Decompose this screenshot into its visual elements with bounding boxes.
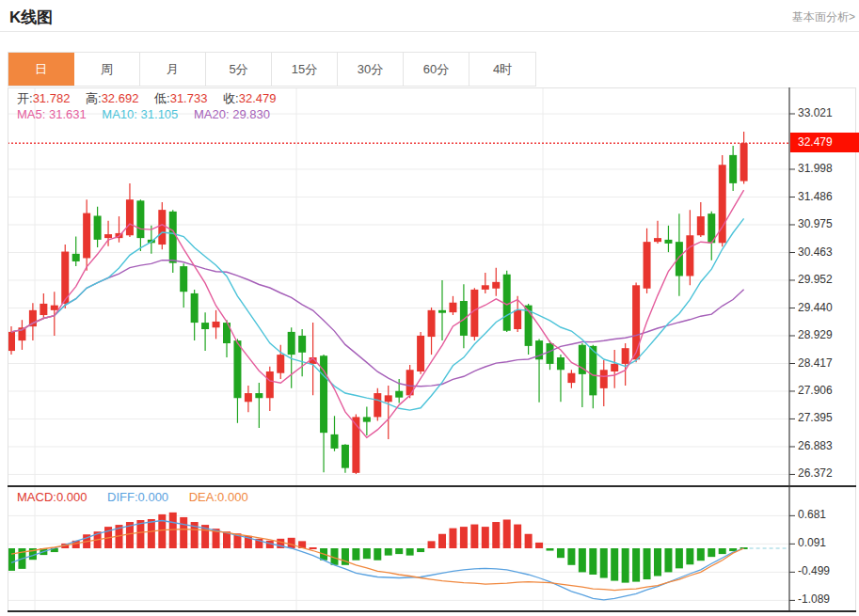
tab-周[interactable]: 周: [74, 53, 140, 86]
candle-up: [104, 234, 112, 238]
macd-panel: [8, 513, 789, 600]
candle-down: [557, 357, 565, 370]
macd-bar: [385, 548, 392, 556]
candle-up: [428, 310, 436, 337]
chart-area[interactable]: [8, 87, 856, 612]
candle-up: [697, 216, 705, 235]
candle-down: [547, 343, 554, 364]
candle-up: [644, 242, 651, 289]
candle-up: [686, 235, 693, 276]
macd-bar: [557, 548, 565, 558]
tab-30分[interactable]: 30分: [338, 53, 404, 86]
candle-up: [83, 213, 90, 259]
macd-bar: [579, 548, 586, 572]
candle-down: [395, 391, 403, 398]
candle-up: [600, 370, 608, 388]
macd-bar: [697, 548, 705, 561]
candle-down: [288, 332, 295, 355]
candle-down: [201, 323, 209, 329]
macd-bar: [158, 514, 166, 548]
macd-bar: [470, 525, 478, 548]
macd-bar: [8, 548, 15, 571]
candle-down: [460, 301, 468, 336]
candle-up: [385, 395, 392, 402]
macd-bar: [611, 548, 618, 581]
macd-bar: [417, 548, 424, 552]
kline-chart-canvas[interactable]: [8, 87, 856, 612]
candle-down: [363, 417, 371, 421]
page-title: K线图: [9, 7, 53, 28]
candle-down: [342, 445, 349, 468]
macd-bar: [492, 522, 500, 548]
macd-bar: [654, 548, 661, 576]
candle-up: [277, 355, 284, 373]
candle-down: [729, 155, 737, 183]
fundamental-analysis-link[interactable]: 基本面分析>: [792, 9, 855, 25]
tab-日[interactable]: 日: [8, 53, 74, 86]
candle-up: [632, 285, 640, 359]
tab-4时[interactable]: 4时: [469, 53, 535, 86]
macd-bar: [514, 525, 521, 548]
macd-bar: [374, 548, 381, 561]
macd-bar: [503, 519, 511, 548]
candle-up: [29, 310, 37, 326]
macd-bar: [438, 534, 446, 548]
candle-down: [191, 293, 199, 323]
candle-up: [482, 285, 489, 290]
candle-down: [94, 215, 102, 239]
candle-up: [51, 306, 58, 310]
gridlines: [8, 87, 789, 611]
candle-up: [158, 210, 166, 245]
candle-down: [438, 310, 446, 313]
candle-down: [331, 434, 339, 449]
macd-bar: [547, 548, 554, 551]
macd-bar: [395, 548, 403, 554]
candle-up: [740, 143, 748, 181]
macd-bar: [644, 548, 651, 579]
macd-bar: [567, 548, 575, 565]
candle-up: [40, 304, 47, 315]
period-tabbar: 日周月5分15分30分60分4时: [8, 52, 536, 87]
macd-bar: [406, 548, 414, 556]
candles: [8, 132, 748, 474]
macd-bar: [622, 548, 629, 583]
macd-bar: [535, 543, 543, 548]
macd-bar: [482, 527, 489, 548]
tab-5分[interactable]: 5分: [206, 53, 272, 86]
header-divider: [0, 31, 859, 32]
candle-down: [255, 393, 262, 398]
candle-down: [233, 340, 241, 398]
tab-月[interactable]: 月: [140, 53, 206, 86]
macd-bar: [708, 548, 715, 557]
candle-down: [298, 336, 306, 353]
macd-bar: [589, 548, 597, 575]
candle-up: [417, 336, 424, 371]
macd-bar: [600, 548, 608, 578]
candle-up: [449, 303, 456, 312]
candle-up: [374, 393, 381, 417]
macd-bar: [676, 548, 683, 568]
macd-bar: [180, 517, 187, 548]
macd-bar: [352, 548, 359, 561]
candle-down: [136, 200, 144, 238]
macd-bar: [148, 519, 155, 548]
macd-bar: [428, 541, 436, 548]
candle-up: [567, 373, 575, 383]
tab-15分[interactable]: 15分: [272, 53, 338, 86]
macd-bar: [686, 548, 693, 564]
kline-page: K线图 基本面分析> 日周月5分15分30分60分4时 开:31.782 高:3…: [0, 0, 859, 616]
candle-up: [8, 332, 15, 351]
candle-down: [169, 212, 177, 263]
macd-bar: [719, 548, 726, 554]
tab-60分[interactable]: 60分: [404, 53, 469, 86]
candle-down: [664, 240, 672, 244]
macd-bar: [449, 529, 456, 548]
macd-bar: [632, 548, 640, 582]
candle-up: [492, 282, 500, 289]
candle-up: [213, 322, 220, 327]
candle-up: [266, 371, 274, 398]
candle-up: [245, 393, 252, 402]
candle-down: [676, 242, 683, 276]
macd-bar: [525, 534, 533, 548]
macd-bar: [288, 538, 295, 548]
